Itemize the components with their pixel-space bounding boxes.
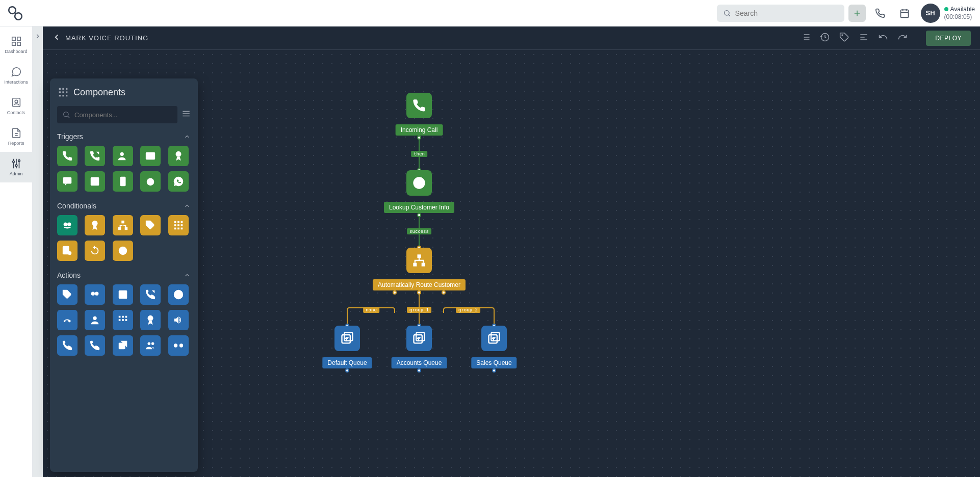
section-triggers[interactable]: Triggers: [57, 127, 191, 146]
svg-point-66: [173, 343, 177, 347]
action-award[interactable]: [140, 310, 161, 330]
svg-rect-43: [177, 224, 179, 226]
conditional-retry[interactable]: [85, 241, 105, 261]
canvas-header: MARK VOICE ROUTING DEPLOY: [43, 26, 980, 50]
action-dial[interactable]: [85, 335, 105, 356]
svg-point-34: [92, 221, 98, 226]
action-http[interactable]: [168, 284, 189, 305]
action-transfer[interactable]: [140, 284, 161, 305]
action-mask[interactable]: [85, 284, 105, 305]
svg-point-64: [148, 342, 151, 346]
trigger-whatsapp[interactable]: [168, 171, 189, 192]
topbar: SH Available (00:08:05): [0, 0, 980, 26]
conditional-branch[interactable]: [113, 215, 133, 235]
components-search-input[interactable]: [74, 111, 172, 119]
node-sales-queue-label[interactable]: Sales Queue: [471, 357, 517, 368]
trigger-mobile[interactable]: [113, 171, 133, 192]
conditional-search-list[interactable]: [57, 241, 78, 261]
svg-rect-7: [17, 42, 20, 45]
port-out-3[interactable]: [442, 290, 446, 295]
nav-rail: Dashboard Interactions Contacts Reports …: [0, 26, 33, 477]
node-default-queue-icon[interactable]: [334, 326, 360, 351]
action-ivr[interactable]: [57, 335, 78, 356]
redo-button[interactable]: [897, 32, 908, 44]
nav-dashboard[interactable]: Dashboard: [0, 30, 33, 60]
action-group[interactable]: [140, 335, 161, 356]
nav-reports[interactable]: Reports: [0, 121, 33, 152]
section-conditionals[interactable]: Conditionals: [57, 197, 191, 215]
calendar-button[interactable]: [894, 3, 915, 23]
history-button[interactable]: [820, 32, 830, 44]
port-out[interactable]: [492, 368, 496, 373]
chevron-right-icon: [34, 33, 41, 40]
svg-rect-5: [17, 37, 20, 40]
node-incoming-call-label[interactable]: Incoming Call: [396, 124, 443, 136]
port-out[interactable]: [417, 213, 421, 217]
undo-button[interactable]: [878, 32, 888, 44]
app-logo[interactable]: [5, 3, 25, 23]
node-accounts-queue-icon[interactable]: [406, 326, 432, 351]
nav-interactions[interactable]: Interactions: [0, 60, 33, 91]
trigger-award[interactable]: [168, 146, 189, 166]
global-search[interactable]: [717, 5, 844, 22]
tag-button[interactable]: [839, 32, 849, 44]
node-route-label[interactable]: Automatically Route Customer: [373, 279, 466, 290]
back-button[interactable]: [52, 33, 61, 44]
port-out[interactable]: [345, 368, 349, 373]
port-out[interactable]: [417, 136, 421, 140]
phone-button[interactable]: [870, 3, 890, 23]
conditional-tag-check[interactable]: [140, 215, 161, 235]
action-queue[interactable]: [113, 335, 133, 356]
nav-contacts[interactable]: Contacts: [0, 91, 33, 121]
align-button[interactable]: [859, 32, 869, 44]
action-tag[interactable]: [57, 284, 78, 305]
conditional-lookup[interactable]: [85, 215, 105, 235]
node-lookup-label[interactable]: Lookup Customer Info: [384, 202, 454, 213]
add-button[interactable]: [848, 5, 866, 22]
svg-rect-61: [125, 319, 127, 321]
view-toggle-button[interactable]: [182, 109, 191, 120]
deploy-button[interactable]: DEPLOY: [926, 31, 971, 46]
node-sales-queue-icon[interactable]: [481, 326, 507, 351]
action-hangup[interactable]: [57, 310, 78, 330]
port-out-1[interactable]: [393, 290, 397, 295]
action-play[interactable]: [168, 310, 189, 330]
svg-rect-17: [59, 91, 61, 93]
svg-point-33: [67, 223, 71, 226]
port-out[interactable]: [417, 368, 421, 373]
user-avatar[interactable]: SH: [921, 4, 940, 23]
node-default-queue-label[interactable]: Default Queue: [322, 357, 372, 368]
trigger-task[interactable]: [85, 171, 105, 192]
list-view-button[interactable]: [801, 32, 811, 44]
action-contact[interactable]: [85, 310, 105, 330]
presence-status[interactable]: Available (00:08:05): [944, 6, 975, 20]
trigger-incoming-call[interactable]: [57, 146, 78, 166]
nav-admin[interactable]: Admin: [0, 152, 33, 182]
svg-rect-6: [12, 42, 15, 45]
node-accounts-queue-label[interactable]: Accounts Queue: [392, 357, 447, 368]
section-actions[interactable]: Actions: [57, 266, 191, 284]
trigger-sms[interactable]: [57, 171, 78, 192]
node-route-icon[interactable]: [406, 248, 432, 273]
trigger-timer[interactable]: [140, 171, 161, 192]
rail-expand-toggle[interactable]: [33, 26, 43, 477]
node-incoming-call-icon[interactable]: [406, 93, 432, 118]
conditional-filter[interactable]: [57, 215, 78, 235]
global-search-input[interactable]: [735, 9, 838, 17]
port-out-2[interactable]: [417, 290, 421, 295]
canvas-body[interactable]: Components Triggers: [43, 50, 980, 477]
action-voicemail[interactable]: [168, 335, 189, 356]
components-search[interactable]: [57, 106, 177, 123]
triggers-grid: [57, 146, 191, 197]
conditional-grid[interactable]: [168, 215, 189, 235]
panel-scroll[interactable]: Triggers: [50, 127, 198, 472]
svg-rect-3: [900, 10, 908, 17]
trigger-email[interactable]: [140, 146, 161, 166]
action-dtmf[interactable]: [113, 310, 133, 330]
trigger-outgoing-call[interactable]: [85, 146, 105, 166]
conditional-time[interactable]: [113, 241, 133, 261]
panel-header: Components: [50, 78, 198, 106]
node-lookup-icon[interactable]: [406, 170, 432, 196]
trigger-add-contact[interactable]: [113, 146, 133, 166]
action-star[interactable]: [113, 284, 133, 305]
